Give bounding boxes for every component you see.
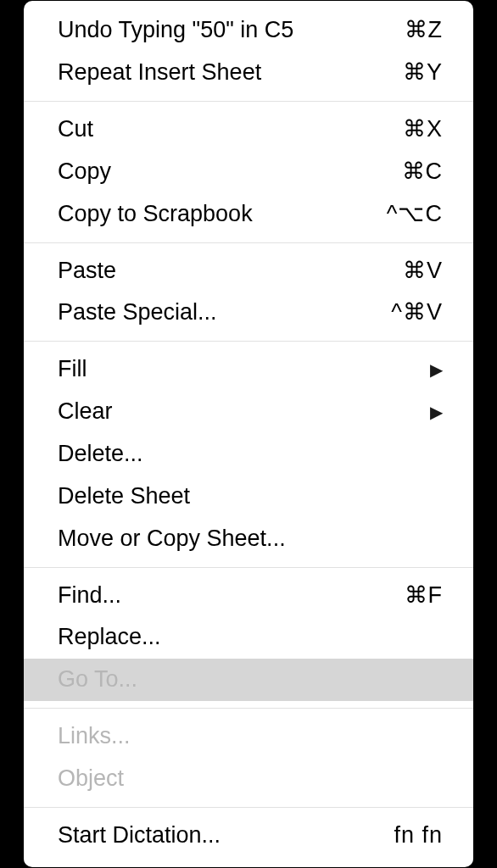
menu-item-paste-special[interactable]: Paste Special... ^⌘V bbox=[24, 292, 473, 334]
menu-separator bbox=[24, 101, 473, 102]
edit-menu: Undo Typing "50" in C5 ⌘Z Repeat Insert … bbox=[24, 1, 473, 866]
menu-item-go-to: Go To... bbox=[24, 659, 473, 701]
menu-item-cut[interactable]: Cut ⌘X bbox=[24, 108, 473, 151]
menu-item-shortcut: ^⌥C bbox=[341, 197, 443, 232]
submenu-arrow-icon: ▶ bbox=[341, 399, 443, 426]
menu-item-label: Fill bbox=[58, 352, 341, 387]
menu-item-repeat[interactable]: Repeat Insert Sheet ⌘Y bbox=[24, 52, 473, 94]
menu-separator bbox=[24, 341, 473, 342]
menu-item-shortcut: ⌘C bbox=[341, 154, 443, 190]
menu-item-label: Replace... bbox=[58, 620, 443, 655]
menu-item-object: Object bbox=[24, 758, 473, 800]
menu-item-delete[interactable]: Delete... bbox=[24, 433, 473, 476]
menu-item-label: Delete Sheet bbox=[58, 479, 443, 515]
menu-item-copy[interactable]: Copy ⌘C bbox=[24, 151, 473, 193]
menu-item-label: Move or Copy Sheet... bbox=[58, 521, 443, 557]
menu-item-replace[interactable]: Replace... bbox=[24, 616, 473, 659]
menu-separator bbox=[24, 567, 473, 568]
menu-item-links: Links... bbox=[24, 715, 473, 758]
menu-item-label: Copy to Scrapbook bbox=[58, 197, 341, 232]
menu-item-shortcut: ⌘X bbox=[341, 112, 443, 147]
menu-item-shortcut: ⌘Y bbox=[341, 55, 443, 91]
menu-item-copy-to-scrapbook[interactable]: Copy to Scrapbook ^⌥C bbox=[24, 193, 473, 236]
menu-item-start-dictation[interactable]: Start Dictation... fn fn bbox=[24, 815, 473, 857]
menu-item-label: Cut bbox=[58, 112, 341, 147]
menu-item-label: Links... bbox=[58, 719, 443, 754]
menu-item-label: Paste bbox=[58, 253, 341, 289]
menu-item-undo[interactable]: Undo Typing "50" in C5 ⌘Z bbox=[24, 9, 473, 52]
menu-item-label: Clear bbox=[58, 394, 341, 430]
menu-item-paste[interactable]: Paste ⌘V bbox=[24, 250, 473, 292]
menu-item-fill[interactable]: Fill ▶ bbox=[24, 348, 473, 391]
menu-item-shortcut: ⌘V bbox=[341, 253, 443, 289]
menu-item-label: Find... bbox=[58, 578, 341, 614]
menu-separator bbox=[24, 708, 473, 709]
menu-item-label: Delete... bbox=[58, 437, 443, 472]
menu-item-shortcut: ⌘Z bbox=[341, 13, 443, 48]
menu-item-label: Go To... bbox=[58, 662, 443, 698]
menu-item-label: Start Dictation... bbox=[58, 818, 341, 854]
menu-separator bbox=[24, 242, 473, 243]
menu-item-label: Copy bbox=[58, 154, 341, 190]
menu-item-find[interactable]: Find... ⌘F bbox=[24, 575, 473, 617]
menu-separator bbox=[24, 807, 473, 808]
menu-item-clear[interactable]: Clear ▶ bbox=[24, 391, 473, 433]
menu-item-move-or-copy-sheet[interactable]: Move or Copy Sheet... bbox=[24, 518, 473, 560]
menu-item-label: Undo Typing "50" in C5 bbox=[58, 13, 341, 48]
menu-item-delete-sheet[interactable]: Delete Sheet bbox=[24, 476, 473, 518]
menu-item-shortcut: fn fn bbox=[341, 818, 443, 854]
menu-item-label: Repeat Insert Sheet bbox=[58, 55, 341, 91]
menu-item-shortcut: ⌘F bbox=[341, 578, 443, 614]
submenu-arrow-icon: ▶ bbox=[341, 357, 443, 383]
menu-item-label: Object bbox=[58, 761, 443, 797]
menu-item-label: Paste Special... bbox=[58, 295, 341, 331]
menu-item-shortcut: ^⌘V bbox=[341, 295, 443, 331]
